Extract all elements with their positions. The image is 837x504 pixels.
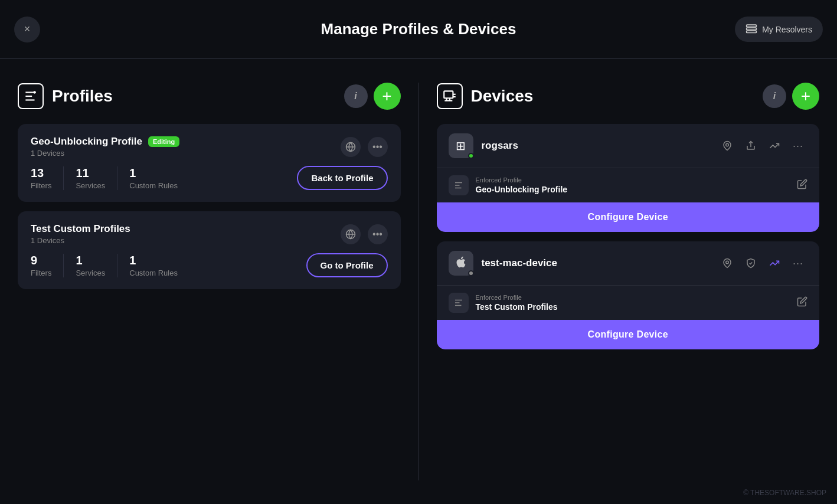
close-icon: × bbox=[24, 23, 31, 35]
profiles-panel-title: Profiles bbox=[52, 87, 113, 106]
profiles-title-group: Profiles bbox=[18, 83, 113, 109]
close-button[interactable]: × bbox=[14, 17, 40, 42]
profile-card-test-custom: Test Custom Profiles 1 Devices ••• bbox=[18, 211, 401, 289]
device-1-enforced-left: Enforced Profile Geo-Unblocking Profile bbox=[449, 175, 568, 195]
device-1-more-button[interactable]: ··· bbox=[789, 136, 807, 155]
profiles-panel-header: Profiles i + bbox=[18, 83, 401, 110]
device-1-analytics-button[interactable] bbox=[765, 136, 784, 155]
device-1-enforced-profile-name: Geo-Unblocking Profile bbox=[476, 185, 568, 194]
page-title: Manage Profiles & Devices bbox=[321, 20, 516, 38]
device-2-enforced-info: Enforced Profile Test Custom Profiles bbox=[476, 294, 558, 312]
device-2-name: test-mac-device bbox=[482, 257, 558, 269]
device-1-status-dot bbox=[468, 153, 474, 159]
device-2-profile-icon bbox=[449, 293, 469, 313]
profile-2-more-icon: ••• bbox=[372, 229, 382, 240]
svg-point-23 bbox=[726, 261, 729, 264]
profile-1-services-value: 11 bbox=[76, 166, 105, 180]
svg-rect-0 bbox=[747, 25, 757, 27]
profile-2-stat-rules: 1 Custom Rules bbox=[129, 254, 189, 277]
device-2-configure-button[interactable]: Configure Device bbox=[437, 320, 820, 349]
profiles-panel-actions: i + bbox=[344, 83, 401, 110]
device-2-enforced-profile-name: Test Custom Profiles bbox=[476, 302, 558, 312]
profiles-add-icon: + bbox=[382, 87, 391, 106]
device-2-shield-button[interactable] bbox=[741, 254, 760, 273]
profile-1-rules-label: Custom Rules bbox=[129, 181, 178, 190]
main-content: Profiles i + Geo-Unblocking Profile Edit… bbox=[0, 59, 837, 504]
svg-point-17 bbox=[726, 143, 729, 146]
profile-1-name-row: Geo-Unblocking Profile Editing bbox=[31, 136, 179, 148]
device-2-left: test-mac-device bbox=[449, 251, 558, 276]
device-card-test-mac: test-mac-device bbox=[437, 241, 820, 349]
profiles-panel: Profiles i + Geo-Unblocking Profile Edit… bbox=[18, 83, 401, 480]
device-2-enforced-label: Enforced Profile bbox=[476, 294, 558, 301]
device-2-edit-button[interactable] bbox=[797, 296, 807, 309]
devices-add-button[interactable]: + bbox=[792, 83, 819, 110]
device-2-icons: ··· bbox=[718, 254, 807, 273]
profile-1-stat-rules: 1 Custom Rules bbox=[129, 166, 189, 190]
devices-panel-title: Devices bbox=[471, 87, 534, 106]
my-resolvers-label: My Resolvers bbox=[762, 25, 812, 34]
devices-info-button[interactable]: i bbox=[763, 84, 786, 108]
profile-1-more-button[interactable]: ••• bbox=[368, 137, 388, 157]
profile-1-badge: Editing bbox=[148, 136, 179, 147]
devices-add-icon: + bbox=[801, 87, 810, 106]
device-1-os-icon: ⊞ bbox=[456, 139, 466, 153]
device-1-configure-button[interactable]: Configure Device bbox=[437, 202, 820, 232]
svg-rect-1 bbox=[747, 28, 757, 30]
profile-card-1-header: Geo-Unblocking Profile Editing 1 Devices… bbox=[31, 136, 388, 158]
device-2-enforced-row: Enforced Profile Test Custom Profiles bbox=[437, 285, 820, 320]
profile-1-rules-value: 1 bbox=[129, 166, 178, 180]
profiles-info-icon: i bbox=[354, 91, 357, 102]
profile-2-devices: 1 Devices bbox=[31, 236, 130, 245]
profile-2-services-label: Services bbox=[76, 269, 105, 277]
profile-1-devices: 1 Devices bbox=[31, 149, 179, 158]
device-1-left: ⊞ rogsars bbox=[449, 133, 518, 158]
profile-2-globe-button[interactable] bbox=[341, 224, 361, 244]
profile-1-action-button[interactable]: Back to Profile bbox=[297, 166, 387, 190]
device-1-edit-button[interactable] bbox=[797, 179, 807, 192]
devices-panel: Devices i + ⊞ rogsars bbox=[437, 83, 820, 480]
my-resolvers-button[interactable]: My Resolvers bbox=[735, 17, 823, 42]
profile-2-more-button[interactable]: ••• bbox=[368, 224, 388, 244]
svg-rect-11 bbox=[444, 91, 453, 98]
device-2-header: test-mac-device bbox=[437, 241, 820, 285]
profile-2-name: Test Custom Profiles bbox=[31, 223, 130, 235]
profile-1-icons: ••• bbox=[341, 137, 388, 157]
profile-2-name-row: Test Custom Profiles bbox=[31, 223, 130, 235]
device-1-download-button[interactable] bbox=[741, 136, 760, 155]
device-2-status-dot bbox=[468, 270, 474, 276]
devices-panel-header: Devices i + bbox=[437, 83, 820, 110]
device-1-header: ⊞ rogsars bbox=[437, 124, 820, 168]
devices-panel-icon bbox=[437, 83, 463, 109]
devices-title-group: Devices bbox=[437, 83, 534, 109]
profile-2-action-button[interactable]: Go to Profile bbox=[306, 253, 388, 277]
device-2-more-icon: ··· bbox=[793, 257, 803, 270]
profile-1-filters-label: Filters bbox=[31, 181, 51, 190]
device-2-location-button[interactable] bbox=[718, 254, 737, 273]
device-2-os-icon bbox=[455, 256, 467, 271]
profile-2-filters-value: 9 bbox=[31, 254, 51, 267]
device-2-more-button[interactable]: ··· bbox=[789, 254, 807, 273]
resolvers-icon bbox=[746, 22, 757, 36]
device-1-name: rogsars bbox=[482, 140, 518, 152]
profiles-info-button[interactable]: i bbox=[344, 84, 368, 108]
device-1-enforced-info: Enforced Profile Geo-Unblocking Profile bbox=[476, 176, 568, 194]
profile-1-more-icon: ••• bbox=[372, 142, 382, 152]
device-2-analytics-button[interactable] bbox=[765, 254, 784, 273]
profile-1-globe-button[interactable] bbox=[341, 137, 361, 157]
svg-point-6 bbox=[33, 91, 35, 93]
profiles-panel-icon bbox=[18, 83, 44, 109]
device-1-enforced-row: Enforced Profile Geo-Unblocking Profile bbox=[437, 168, 820, 202]
profile-2-icons: ••• bbox=[341, 224, 388, 244]
profile-2-rules-label: Custom Rules bbox=[129, 269, 178, 277]
device-1-avatar: ⊞ bbox=[449, 133, 473, 158]
device-1-location-button[interactable] bbox=[718, 136, 737, 155]
profile-2-stat-services: 1 Services bbox=[76, 254, 117, 277]
profile-1-stat-services: 11 Services bbox=[76, 166, 117, 190]
profile-card-geo-unblocking: Geo-Unblocking Profile Editing 1 Devices… bbox=[18, 124, 401, 202]
panel-divider bbox=[418, 83, 419, 480]
watermark: © THESOFTWARE.SHOP bbox=[743, 489, 826, 497]
device-card-rogsars: ⊞ rogsars bbox=[437, 124, 820, 232]
profile-1-stat-filters: 13 Filters bbox=[31, 166, 64, 190]
profiles-add-button[interactable]: + bbox=[374, 83, 401, 110]
